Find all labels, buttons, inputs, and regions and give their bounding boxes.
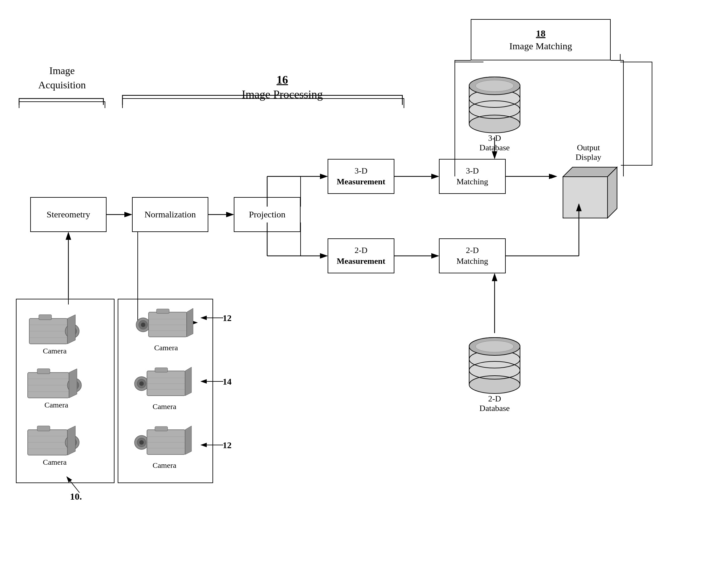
camera-icon-right-2 [133,364,196,403]
database-2d: 2-DDatabase [467,334,522,413]
camera-left-2: Camera [21,363,91,410]
camera-label-right-3: Camera [133,461,196,470]
camera-right-3: Camera [133,423,196,470]
projection-box: Projection [234,197,301,232]
camera-icon-left-3 [21,420,88,462]
svg-rect-67 [148,312,187,337]
svg-marker-90 [185,426,192,455]
image-processing-ref: 16 [242,73,323,86]
svg-point-66 [141,322,145,327]
ref-12-arrow-bottom [198,440,226,450]
svg-marker-52 [69,369,77,398]
svg-point-75 [139,381,144,386]
svg-point-20 [469,115,520,133]
camera-icon-left-2 [21,363,91,404]
image-matching-label: Image Matching [509,41,572,51]
matching-2d-box: 2-D Matching [439,238,506,273]
normalization-box: Normalization [132,197,208,232]
ref-10-arrow [48,474,111,499]
image-acquisition-label: Image Acquisition [19,64,105,92]
measurement-3d-box: 3-D Measurement [327,159,395,194]
camera-icon-right-1 [134,306,198,344]
svg-point-31 [476,341,514,352]
svg-point-24 [476,80,514,91]
svg-marker-61 [67,426,75,455]
ref-14-arrow [198,377,226,386]
measurement-2d-box: 2-D Measurement [327,238,395,273]
svg-marker-32 [563,177,607,218]
camera-right-1: Camera [134,306,198,352]
svg-rect-77 [155,368,167,372]
main-arrows [0,0,722,588]
image-processing-section: 16 Image Processing [242,73,323,101]
svg-marker-81 [185,367,192,396]
svg-rect-68 [157,309,169,313]
svg-point-84 [139,440,144,445]
output-display-icon [557,164,620,224]
camera-left-1: Camera [23,309,86,355]
camera-enclosure-left: Camera Camera [16,299,115,483]
diagram-container: Image Acquisition 16 Image Processing 18… [0,0,722,588]
camera-icon-left-1 [23,309,86,350]
database-3d: 3-DDatabase [467,73,522,152]
camera-enclosure-right: Camera Camera [118,299,213,483]
svg-rect-57 [37,426,50,431]
camera-label-right-2: Camera [133,402,196,411]
output-display-label: OutputDisplay [557,143,620,162]
camera-left-3: Camera [21,420,88,467]
svg-marker-43 [67,315,75,344]
camera-icon-right-3 [133,423,196,462]
svg-rect-48 [37,369,50,374]
svg-point-27 [469,376,520,394]
camera-right-2: Camera [133,364,196,411]
arrows-svg [0,0,722,588]
svg-rect-85 [147,430,185,455]
stereometry-box: Stereometry [30,197,106,232]
svg-rect-39 [39,315,52,320]
image-processing-label: Image Processing [242,88,323,101]
svg-rect-86 [155,426,167,431]
svg-rect-76 [147,371,185,396]
image-matching-box: 18 Image Matching [471,19,611,60]
output-display: OutputDisplay [557,143,620,226]
ref-12-arrow-top [198,313,226,322]
svg-marker-72 [187,308,193,337]
db-2d-icon [467,334,522,397]
camera-label-right-1: Camera [134,343,198,352]
db-3d-icon [467,73,522,137]
image-matching-ref: 18 [536,28,545,39]
svg-line-63 [67,477,80,492]
db-3d-label: 3-DDatabase [479,133,509,152]
matching-3d-box: 3-D Matching [439,159,506,194]
db-2d-label: 2-DDatabase [479,394,509,413]
